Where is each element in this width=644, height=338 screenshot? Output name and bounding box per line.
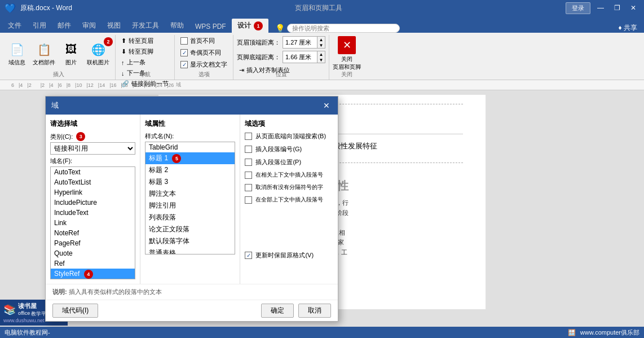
domain-dialog: 域 ✕ 请选择域 类别(C): 3 链接和引用 [45,96,338,322]
field-item-autotextlist[interactable]: AutoTextList [51,177,135,187]
style-item-tablegrid[interactable]: TableGrid [145,142,235,152]
tab-view[interactable]: 视图 [102,19,126,33]
field-item-autotext[interactable]: AutoText [51,167,135,177]
style-item-thesispara[interactable]: 论文正文段落 [145,223,235,235]
style-item-h2[interactable]: 标题 2 [145,164,235,176]
opt-insert-para-pos[interactable]: 插入段落位置(P) [245,158,333,166]
nav-goto-header[interactable]: ⬆ 转至页眉 [119,36,171,46]
tab-design[interactable]: 设计 1 [232,19,268,33]
style-listbox[interactable]: TableGrid 标题 1 5 标题 2 标题 3 脚注文本 脚注引用 列表段… [145,142,235,254]
title-bar: 💙 原稿.docx - Word 页眉和页脚工具 登录 — ❐ ✕ [0,0,644,16]
opt-contextual-para-num[interactable]: 在相关上下文中插入段落号 [245,171,333,179]
position-group-label: 位置 [233,71,329,78]
close-header-footer-button[interactable]: ✕ [338,36,356,54]
field-item-noteref[interactable]: NoteRef [51,228,135,238]
opt-insert-para-num[interactable]: 插入段落编号(G) [245,145,333,153]
field-item-hyperlink[interactable]: Hyperlink [51,187,135,197]
nav-link-prev[interactable]: 🔗 链接到前一节 [119,79,171,89]
opt1-checkbox [245,133,252,140]
field-item-includetext[interactable]: IncludeText [51,208,135,218]
field-item-styleref[interactable]: StyleRef 4 [51,269,135,279]
prev-icon: ↑ [121,59,125,66]
opt-full-context-para[interactable]: 在全部上下文中插入段落号 [245,196,333,204]
category-select[interactable]: 链接和引用 [50,142,135,155]
option-firstpage-diff[interactable]: 首页不同 [178,36,230,46]
tab-file[interactable]: 文件 [2,19,27,33]
option-oddeven-diff[interactable]: ✓ 奇偶页不同 [178,48,230,58]
badge4: 4 [84,270,93,279]
tab-design-badge: 1 [254,21,263,30]
option-show-doctext[interactable]: ✓ 显示文档文字 [178,60,230,69]
dialog-close-button[interactable]: ✕ [321,100,332,111]
footer-margin-up[interactable]: ▲ [317,51,325,57]
dialog-description: 说明: 插入具有类似样式的段落中的文本 [46,284,338,300]
login-button[interactable]: 登录 [566,2,590,14]
restore-button[interactable]: ❐ [611,3,624,13]
ribbon-group-position: 页眉顶端距离： 1.27 厘米 ▲ ▼ 页脚底端距离： 1.66 厘米 [233,35,329,80]
dialog-col1-title: 请选择域 [50,119,135,129]
footer-margin-down[interactable]: ▼ [317,57,325,63]
bottom-bar: 电脑软件教程网- 🪟 www.computer俱乐部 [0,327,644,338]
field-listbox[interactable]: AutoText AutoTextList Hyperlink IncludeP… [50,166,135,279]
dialog-col2-title: 域属性 [145,119,235,129]
app-icon: 💙 [5,3,16,14]
ribbon-group-insert: 📄 域信息 📋 文档部件 🖼 图片 🌐 联机图片 2 [2,35,116,80]
doc-parts-icon: 📋 [35,41,53,59]
cancel-button[interactable]: 取消 [298,304,331,318]
dialog-col3-title: 域选项 [245,119,333,129]
nav-goto-footer[interactable]: ⬇ 转至页脚 [119,47,171,56]
ok-button[interactable]: 确定 [261,304,294,318]
brand-office: office [18,310,30,318]
tab-help[interactable]: 帮助 [165,19,189,33]
field-code-button[interactable]: 域代码(I) [52,304,98,318]
ribbon-btn-field-info[interactable]: 📄 域信息 [6,39,28,68]
opt-preserve-format[interactable]: ✓ 更新时保留原格式(V) [245,251,333,260]
style-item-normaltable[interactable]: 普通表格 [145,247,235,254]
search-input[interactable] [287,24,400,33]
footer-margin-spinner[interactable]: 1.66 厘米 ▲ ▼ [283,51,325,63]
opt-search-bottom-top[interactable]: 从页面底端向顶端搜索(B) [245,132,333,141]
fieldname-label: 域名(F): [50,157,135,165]
field-item-quote[interactable]: Quote [51,248,135,258]
style-item-listpara[interactable]: 列表段落 [145,212,235,223]
header-margin-down[interactable]: ▼ [317,42,325,48]
ribbon-tab-bar: 文件 引用 邮件 审阅 视图 开发工具 帮助 WPS PDF 设计 1 💡 ♦ … [0,16,644,33]
field-item-ref[interactable]: Ref [51,258,135,269]
opt5-checkbox [245,184,252,191]
close-button[interactable]: ✕ [627,3,639,13]
field-item-includepicture[interactable]: IncludePicture [51,197,135,208]
ribbon-group-options: 首页不同 ✓ 奇偶页不同 ✓ 显示文档文字 选项 [175,35,233,80]
insert-group-badge: 2 [104,37,113,46]
tab-mail[interactable]: 邮件 [52,19,77,33]
ribbon-btn-picture[interactable]: 🖼 图片 [60,39,82,68]
link-icon: 🔗 [121,80,129,87]
insert-group-label: 插入 [2,71,115,78]
header-margin-up[interactable]: ▲ [317,37,325,42]
opt4-checkbox [245,172,252,179]
tab-reference[interactable]: 引用 [27,19,52,33]
header-margin-spinner[interactable]: 1.27 厘米 ▲ ▼ [283,36,325,49]
share-button[interactable]: ♦ 共享 [619,23,637,33]
minimize-button[interactable]: — [594,3,607,13]
light-icon: 💡 [275,24,285,33]
dialog-title-bar: 域 ✕ [46,96,338,115]
preserve-checkbox: ✓ [245,252,252,259]
ribbon-btn-doc-parts[interactable]: 📋 文档部件 [30,39,58,68]
goto-footer-icon: ⬇ [121,48,126,55]
field-item-link[interactable]: Link [51,218,135,228]
style-item-h1[interactable]: 标题 1 5 [145,152,235,164]
opt-remove-sep[interactable]: 取消所有没有分隔符号的字 [245,183,333,191]
tab-developer[interactable]: 开发工具 [126,19,165,33]
header-margin-label: 页眉顶端距离： [237,38,280,47]
ribbon-group-nav: ⬆ 转至页眉 ⬇ 转至页脚 ↑ 上一条 ↓ 下一条 [116,35,175,80]
style-item-defaultpara[interactable]: 默认段落字体 [145,235,235,247]
field-item-pageref[interactable]: PageRef [51,238,135,248]
tab-review[interactable]: 审阅 [77,19,102,33]
nav-prev[interactable]: ↑ 上一条 [119,58,171,67]
tab-wps-pdf[interactable]: WPS PDF [189,20,232,33]
close-group-label: 关闭 [329,71,364,78]
style-item-h3[interactable]: 标题 3 [145,176,235,188]
style-item-footnotetext[interactable]: 脚注文本 [145,188,235,200]
field-info-icon: 📄 [8,41,26,59]
style-item-footnoteref[interactable]: 脚注引用 [145,200,235,212]
